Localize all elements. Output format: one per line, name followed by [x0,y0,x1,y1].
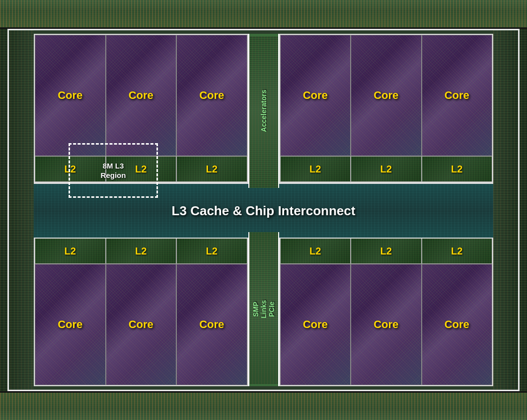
bottom-left-l2-1: L2 [35,238,106,264]
accelerators-label: Accelerators [260,90,268,132]
bottom-connector [248,384,279,386]
bottom-strip [0,391,527,420]
top-right-cores-row: Core Core Core [280,35,493,156]
top-left-cluster: Core Core Core L2 L2 [34,34,248,183]
l2-label: L2 [206,164,218,175]
top-left-core-1: Core [35,35,106,156]
bottom-right-core-1: Core [280,264,351,385]
l2-label: L2 [65,164,76,175]
bottom-left-l2-row: L2 L2 L2 [35,238,247,264]
l2-label: L2 [451,164,462,175]
core-label: Core [445,318,469,331]
bottom-left-cluster: L2 L2 L2 Core Core [34,237,248,386]
inner-layout: Accelerators SMP Links PCIe Core Core [34,34,493,386]
smp-pcie-label: SMP Links PCIe [252,300,276,319]
right-margin [493,29,527,391]
top-right-l2-3: L2 [422,156,493,182]
core-label: Core [129,318,153,331]
top-right-l2-row: L2 L2 L2 [280,156,493,182]
l2-label: L2 [451,246,462,257]
top-left-core-2: Core [106,35,177,156]
top-strip [0,0,527,29]
top-left-core-3: Core [176,35,247,156]
bottom-left-l2-2: L2 [106,238,177,264]
top-right-core-3: Core [422,35,493,156]
core-label: Core [374,318,398,331]
top-right-core-1: Core [280,35,351,156]
bottom-right-l2-2: L2 [351,238,422,264]
bottom-left-core-3: Core [176,264,247,385]
top-right-l2-2: L2 [351,156,422,182]
bottom-right-l2-row: L2 L2 L2 [280,238,493,264]
bottom-right-l2-1: L2 [280,238,351,264]
core-label: Core [445,89,469,102]
chip-container: Accelerators SMP Links PCIe Core Core [0,0,527,420]
bottom-right-l2-3: L2 [422,238,493,264]
core-label: Core [303,89,328,102]
top-right-core-2: Core [351,35,422,156]
bottom-left-core-2: Core [106,264,177,385]
l2-label: L2 [309,164,321,175]
bottom-right-cluster: L2 L2 L2 Core Core [279,237,494,386]
l2-label: L2 [206,246,218,257]
smp-pcie-band: SMP Links PCIe [248,232,279,386]
top-left-l2-3: L2 [176,156,247,182]
top-right-l2-1: L2 [280,156,351,182]
bottom-left-l2-3: L2 [176,238,247,264]
l2-label: L2 [309,246,321,257]
l2-label: L2 [135,164,147,175]
core-label: Core [199,89,224,102]
bottom-right-core-3: Core [422,264,493,385]
l2-label: L2 [380,164,392,175]
bottom-right-cores-row: Core Core Core [280,264,493,385]
l2-label: L2 [135,246,147,257]
core-label: Core [58,89,82,102]
top-left-l2-row: L2 L2 L2 [35,156,247,182]
core-label: Core [374,89,398,102]
l3-cache-section: L3 Cache & Chip Interconnect Mem. Ctrl. … [34,183,493,239]
core-label: Core [129,89,153,102]
core-label: Core [303,318,328,331]
top-left-l2-2: L2 [106,156,177,182]
bottom-left-core-1: Core [35,264,106,385]
core-label: Core [58,318,82,331]
core-label: Core [199,318,224,331]
top-connector [248,34,279,36]
top-right-cluster: Core Core Core L2 L2 [279,34,494,183]
l3-cache-label: L3 Cache & Chip Interconnect [172,203,356,219]
smp-accelerators-band: Accelerators [248,34,279,188]
l2-label: L2 [65,246,76,257]
l2-label: L2 [380,246,392,257]
top-left-cores-row: Core Core Core [35,35,247,156]
bottom-left-cores-row: Core Core Core [35,264,247,385]
top-left-l2-1: L2 [35,156,106,182]
left-margin [0,29,34,391]
bottom-right-core-2: Core [351,264,422,385]
